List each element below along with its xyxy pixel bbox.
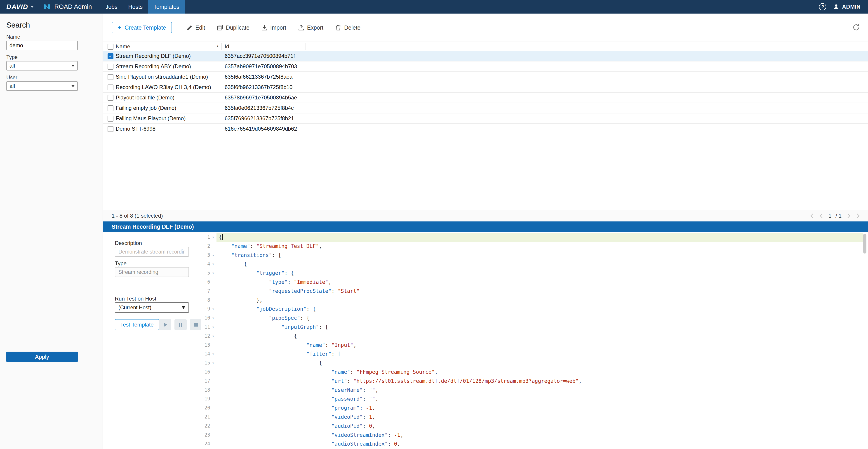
fold-toggle-icon[interactable]: ▾ [210,323,216,332]
table-row[interactable]: ✓Stream Recording DLF (Demo)6357acc3971e… [103,51,868,61]
row-checkbox[interactable] [107,126,114,132]
table-row[interactable]: Stream Recording ABY (Demo)6357ab90971e7… [103,61,868,72]
code-text: "videoStreamIndex": -1, [216,431,863,440]
fold-toggle-icon[interactable]: ▾ [210,332,216,341]
editor-scrollbar[interactable] [863,234,866,254]
row-checkbox[interactable] [107,116,114,122]
help-icon[interactable]: ? [819,3,826,10]
gutter-cell: 1▾ [201,233,216,242]
import-icon [261,24,268,31]
row-checkbox[interactable] [107,105,114,111]
editor-line[interactable]: 20 "program": -1, [201,404,863,413]
json-editor[interactable]: 1▾{2 "name": "Streaming Test DLF",3▾ "tr… [201,232,868,449]
create-template-button[interactable]: + Create Template [112,22,172,33]
editor-line[interactable]: 14▾ "filter": [ [201,350,863,359]
current-page: 1 [829,213,831,219]
code-text: "type": "Immediate", [216,278,863,287]
david-brand-menu[interactable]: DAVID [0,0,39,13]
fold-toggle-icon[interactable]: ▾ [210,314,216,323]
user-menu[interactable]: ADMIN [833,4,861,10]
column-header-id[interactable]: Id [225,43,229,50]
play-button[interactable] [159,319,171,330]
table-row[interactable]: Sine Playout on sttroaddante1 (Demo)635f… [103,72,868,82]
type-input[interactable] [115,267,189,277]
host-select[interactable]: (Current Host) [115,302,189,313]
fold-toggle-icon[interactable]: ▾ [210,304,216,314]
editor-line[interactable]: 10▾ "pipeSpec": { [201,314,863,323]
editor-line[interactable]: 5▾ "trigger": { [201,269,863,278]
editor-line[interactable]: 2 "name": "Streaming Test DLF", [201,242,863,251]
template-name: Demo STT-6998 [116,126,155,132]
duplicate-button[interactable]: Duplicate [217,24,249,31]
editor-line[interactable]: 4▾ { [201,260,863,269]
road-admin-window: DAVID ROAD Admin Jobs Hosts Templates ? … [0,0,868,449]
play-icon [162,322,168,327]
editor-line[interactable]: 15▾ { [201,359,863,367]
editor-line[interactable]: 16 "name": "FFmpeg Streaming Source", [201,367,863,377]
editor-line[interactable]: 19 "password": "", [201,394,863,404]
editor-line[interactable]: 6 "type": "Immediate", [201,278,863,287]
last-page-button[interactable] [856,213,862,219]
line-number: 5 [201,269,210,278]
fold-toggle-icon[interactable]: ▾ [210,260,216,269]
editor-line[interactable]: 13 "name": "Input", [201,341,863,350]
first-page-button[interactable] [809,213,814,219]
nav-templates[interactable]: Templates [148,0,185,13]
nav-jobs[interactable]: Jobs [100,0,123,13]
nav-hosts[interactable]: Hosts [123,0,148,13]
user-filter-select[interactable]: all [6,82,78,91]
edit-button[interactable]: Edit [186,24,205,31]
row-checkbox[interactable] [107,74,114,80]
fold-toggle-icon[interactable]: ▾ [210,251,216,260]
row-checkbox[interactable] [107,64,114,70]
select-all-checkbox[interactable] [107,44,114,50]
editor-line[interactable]: 24 "audioStreamIndex": 0, [201,440,863,449]
refresh-icon[interactable] [852,24,860,31]
dropdown-caret-icon [71,85,74,87]
editor-line[interactable]: 17 "url": "https://st01.sslstream.dlf.de… [201,377,863,386]
editor-line[interactable]: 3▾ "transitions": [ [201,251,863,260]
editor-line[interactable]: 22 "audioPid": 0, [201,422,863,431]
gutter-cell: 6 [201,278,216,287]
gutter-cell: 12▾ [201,332,216,341]
table-row[interactable]: Playout local file (Demo)63578b96971e705… [103,93,868,103]
editor-line[interactable]: 11▾ "inputGraph": [ [201,323,863,332]
stop-button[interactable] [190,319,202,330]
next-page-button[interactable] [846,213,851,219]
editor-line[interactable]: 9▾ "jobDescription": { [201,304,863,314]
code-text: "videoPid": 1, [216,413,863,422]
pause-button[interactable] [175,319,187,330]
import-button[interactable]: Import [261,24,286,31]
editor-line[interactable]: 12▾ { [201,332,863,341]
table-row[interactable]: Demo STT-6998616e765419d054609849db62 [103,124,868,134]
row-checkbox[interactable] [107,95,114,101]
column-header-name[interactable]: Name [116,43,130,50]
editor-line[interactable]: 18 "userName": "", [201,386,863,395]
line-number: 19 [201,394,210,404]
export-button[interactable]: Export [298,24,323,31]
fold-toggle-icon[interactable]: ▾ [210,359,216,367]
table-row[interactable]: Failing empty job (Demo)635fa0e06213367b… [103,103,868,114]
description-input[interactable] [115,247,189,257]
table-row[interactable]: Recording LAWO R3lay CH 3,4 (Demo)635f6f… [103,82,868,93]
test-template-button[interactable]: Test Template [115,319,159,330]
fold-toggle-icon[interactable]: ▾ [210,350,216,359]
editor-line[interactable]: 8 }, [201,296,863,305]
editor-line[interactable]: 7 "requestedProcState": "Start" [201,287,863,296]
name-filter-input[interactable] [6,41,78,50]
fold-toggle-icon[interactable]: ▾ [210,269,216,278]
row-checkbox[interactable]: ✓ [107,53,114,59]
editor-line[interactable]: 1▾{ [201,233,863,242]
row-checkbox[interactable] [107,85,114,90]
editor-line[interactable]: 21 "videoPid": 1, [201,413,863,422]
prev-page-button[interactable] [818,213,825,219]
gutter-cell: 19 [201,394,216,404]
delete-button[interactable]: Delete [335,24,361,31]
type-filter-select[interactable]: all [6,61,78,70]
table-row[interactable]: Failing Maus Playout (Demo)635f769662133… [103,114,868,124]
code-text: "userName": "", [216,386,863,395]
fold-toggle-icon[interactable]: ▾ [210,233,216,242]
editor-line[interactable]: 23 "videoStreamIndex": -1, [201,431,863,440]
template-table-body: ✓Stream Recording DLF (Demo)6357acc3971e… [103,51,868,134]
apply-button[interactable]: Apply [6,352,78,362]
